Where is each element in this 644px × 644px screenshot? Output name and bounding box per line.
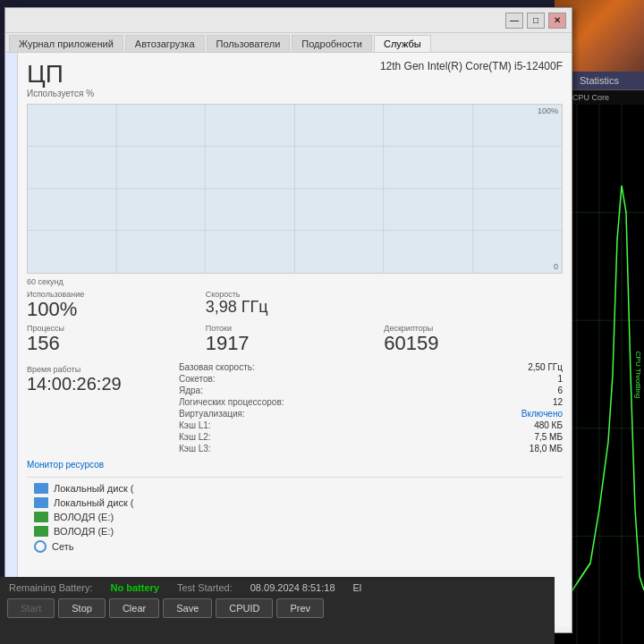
l2-key: Кэш L2: (179, 432, 211, 442)
runtime-section: Время работы 14:00:26:29 (27, 365, 170, 394)
resource-monitor-link[interactable]: Монитор ресурсов (27, 460, 104, 470)
left-sidebar (5, 53, 18, 627)
cpu-model: 12th Gen Intel(R) Core(TM) i5-12400F (380, 60, 563, 72)
base-speed-key: Базовая скорость: (179, 362, 255, 372)
runtime-value: 14:00:26:29 (27, 374, 170, 394)
sockets-row: Сокетов: 1 (179, 373, 563, 385)
disk-icon-1 (34, 497, 48, 508)
runtime-label: Время работы (27, 365, 170, 374)
l2-val: 7,5 МБ (534, 432, 563, 442)
descriptors-stat: Дескрипторы 60159 (384, 322, 563, 356)
graph-svg (28, 105, 562, 273)
drive-icon-2 (34, 512, 48, 522)
test-started-value: 08.09.2024 8:51:18 (250, 582, 335, 593)
save-button[interactable]: Save (163, 598, 212, 618)
stop-button[interactable]: Stop (58, 598, 106, 618)
cpu-graph: 100% 0 (27, 104, 563, 274)
l2-row: Кэш L2: 7,5 МБ (179, 431, 563, 443)
graph-grid: 100% 0 (28, 105, 562, 273)
battery-value: No battery (111, 582, 159, 593)
cpu-panel: ЦП Используется % 12th Gen Intel(R) Core… (18, 53, 572, 627)
file-list: Локальный диск ( Локальный диск ( ВОЛОДЯ… (27, 477, 563, 558)
descriptors-value: 60159 (384, 333, 563, 354)
legend-label: CPU Core (572, 93, 609, 102)
file-item-2: ВОЛОДЯ (E:) (34, 510, 555, 524)
logical-row: Логических процессоров: 12 (179, 396, 563, 408)
virt-row: Виртуализация: Включено (179, 408, 563, 419)
threads-value: 1917 (206, 333, 385, 354)
sockets-key: Сокетов: (179, 374, 216, 384)
cpu-title: ЦП (27, 60, 94, 89)
threads-stat: Потоки 1917 (206, 322, 385, 356)
graph-100-label: 100% (538, 106, 558, 115)
stats-grid: Использование 100% Скорость 3,98 ГГц Про… (27, 288, 563, 356)
logical-val: 12 (553, 397, 563, 407)
file-item-0: Локальный диск ( (34, 481, 555, 496)
details-table: Базовая скорость: 2,50 ГГц Сокетов: 1 Яд… (179, 361, 563, 454)
speed-stat: Скорость 3,98 ГГц (206, 288, 385, 322)
file-item-4: Сеть (34, 538, 555, 555)
file-name-0: Локальный диск ( (54, 483, 133, 494)
tab-autostart[interactable]: Автозагрузка (125, 35, 205, 52)
battery-label: Remaining Battery: (9, 582, 93, 593)
l3-val: 18,0 МБ (530, 444, 563, 453)
button-row: Start Stop Clear Save CPUID Prev (0, 595, 555, 622)
title-bar: — □ ✕ (5, 8, 572, 33)
cpuid-button[interactable]: CPUID (216, 598, 273, 618)
usage-label: Используется % (27, 89, 94, 98)
cpu-title-section: ЦП Используется % (27, 60, 94, 100)
cores-row: Ядра: 6 (179, 385, 563, 396)
file-item-1: Локальный диск ( (34, 496, 555, 510)
tab-journal[interactable]: Журнал приложений (9, 35, 123, 52)
l1-val: 480 КБ (534, 420, 563, 430)
disk-icon-0 (34, 483, 48, 494)
task-manager-window: — □ ✕ Журнал приложений Автозагрузка Пол… (4, 7, 572, 633)
prev-button[interactable]: Prev (276, 598, 324, 618)
cpu-header: ЦП Используется % 12th Gen Intel(R) Core… (27, 60, 563, 100)
l1-row: Кэш L1: 480 КБ (179, 419, 563, 431)
bottom-bar: Remaining Battery: No battery Test Start… (0, 577, 555, 644)
file-name-3: ВОЛОДЯ (E:) (54, 526, 114, 537)
sockets-val: 1 (557, 374, 563, 384)
processes-stat: Процессы 156 (27, 322, 206, 356)
l1-key: Кэш L1: (179, 420, 211, 430)
speed-stat-value: 3,98 ГГц (206, 299, 385, 317)
cores-val: 6 (557, 386, 563, 395)
close-button[interactable]: ✕ (548, 13, 566, 29)
base-speed-val: 2,50 ГГц (528, 362, 563, 372)
empty-stat (384, 288, 563, 322)
tab-users[interactable]: Пользователи (207, 35, 291, 52)
network-icon-4 (34, 540, 47, 553)
virt-key: Виртуализация: (179, 409, 245, 419)
drive-icon-3 (34, 526, 48, 537)
test-started-label: Test Started: (177, 582, 233, 593)
base-speed-row: Базовая скорость: 2,50 ГГц (179, 361, 563, 373)
l3-key: Кэш L3: (179, 444, 211, 453)
graph-0-label: 0 (554, 262, 558, 271)
cpu-throttling-label: CPU Throttling (634, 351, 642, 397)
file-item-3: ВОЛОДЯ (E:) (34, 524, 555, 538)
logical-key: Логических процессоров: (179, 397, 284, 407)
start-button[interactable]: Start (7, 598, 55, 618)
file-name-4: Сеть (52, 541, 73, 552)
minimize-button[interactable]: — (505, 13, 523, 29)
battery-info: Remaining Battery: No battery Test Start… (0, 577, 555, 595)
tab-details[interactable]: Подробности (292, 35, 372, 52)
tab-bar: Журнал приложений Автозагрузка Пользоват… (5, 33, 572, 53)
content-area: ЦП Используется % 12th Gen Intel(R) Core… (5, 53, 572, 627)
file-name-1: Локальный диск ( (54, 497, 133, 508)
l3-row: Кэш L3: 18,0 МБ (179, 443, 563, 454)
file-name-2: ВОЛОДЯ (E:) (54, 512, 114, 522)
usage-stat-value: 100% (27, 299, 206, 320)
usage-stat: Использование 100% (27, 288, 206, 322)
cores-key: Ядра: (179, 386, 203, 395)
maximize-button[interactable]: □ (527, 13, 545, 29)
tab-services[interactable]: Службы (374, 35, 431, 52)
virt-val: Включено (521, 409, 563, 419)
graph-time-label: 60 секунд (27, 277, 563, 286)
el-label: El (353, 582, 362, 593)
processes-value: 156 (27, 333, 206, 354)
clear-button[interactable]: Clear (109, 598, 159, 618)
